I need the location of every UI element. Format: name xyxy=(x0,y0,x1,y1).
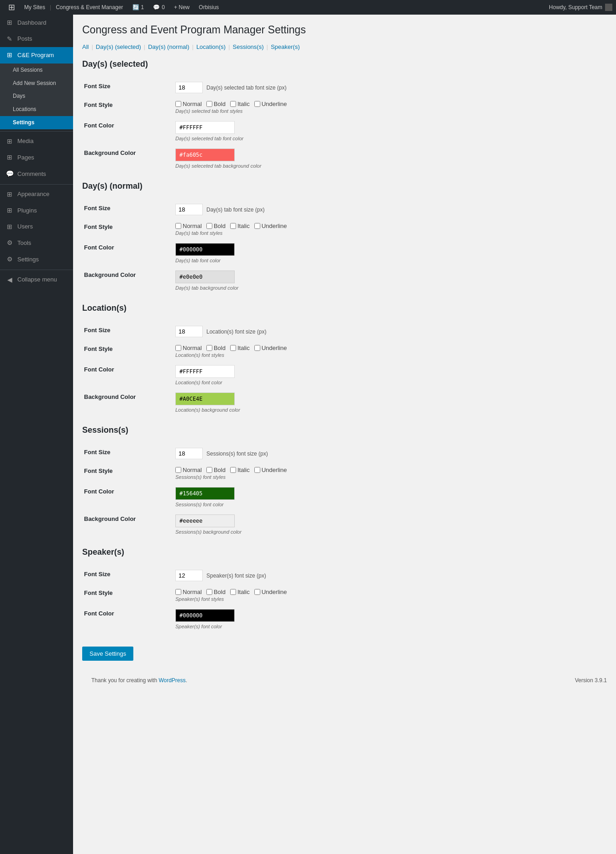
filter-all[interactable]: All xyxy=(82,43,91,50)
speakers-font-size-input[interactable] xyxy=(175,570,203,581)
save-settings-button[interactable]: Save Settings xyxy=(82,647,133,661)
filter-days-normal[interactable]: Day(s) (normal) xyxy=(145,43,192,50)
add-new-session-label: Add New Session xyxy=(13,80,56,87)
section-heading-speakers: Speaker(s) xyxy=(82,547,607,559)
posts-icon: ✎ xyxy=(5,35,14,44)
sidebar-item-collapse[interactable]: ◀ Collapse menu xyxy=(0,272,73,288)
my-sites-link[interactable]: My Sites xyxy=(20,4,50,11)
speakers-underline-label[interactable]: Underline xyxy=(254,589,287,595)
locations-normal-label[interactable]: Normal xyxy=(175,345,202,351)
days-selected-bold-check[interactable] xyxy=(206,101,212,107)
speakers-normal-check[interactable] xyxy=(175,589,181,595)
sessions-bold-label[interactable]: Bold xyxy=(206,467,226,473)
locations-normal-check[interactable] xyxy=(175,345,181,351)
locations-italic-label[interactable]: Italic xyxy=(230,345,250,351)
sidebar-item-media[interactable]: ⊞ Media xyxy=(0,133,73,150)
days-selected-font-size-input[interactable] xyxy=(175,82,203,93)
wordpress-link[interactable]: WordPress xyxy=(158,677,185,684)
sidebar-item-locations[interactable]: Locations xyxy=(0,103,73,116)
locations-font-size-desc: Location(s) font size (px) xyxy=(206,329,266,335)
sidebar-item-users[interactable]: ⊞ Users xyxy=(0,219,73,235)
sessions-italic-check[interactable] xyxy=(230,467,236,473)
sessions-normal-label[interactable]: Normal xyxy=(175,467,202,473)
speakers-underline-check[interactable] xyxy=(254,589,260,595)
sessions-italic-label[interactable]: Italic xyxy=(230,467,250,473)
days-normal-italic-check[interactable] xyxy=(230,223,236,229)
days-normal-normal-label[interactable]: Normal xyxy=(175,223,202,229)
admin-bar: ⊞ My Sites | Congress & Event Manager 🔄 … xyxy=(0,0,616,15)
speakers-font-size-row: Font Size Speaker(s) font size (px) xyxy=(82,566,607,585)
speakers-italic-label[interactable]: Italic xyxy=(230,589,250,595)
locations-font-size-input[interactable] xyxy=(175,326,203,337)
sidebar-label-pages: Pages xyxy=(17,154,34,162)
locations-underline-check[interactable] xyxy=(254,345,260,351)
sidebar-item-pages[interactable]: ⊞ Pages xyxy=(0,149,73,166)
sessions-normal-check[interactable] xyxy=(175,467,181,473)
locations-bold-check[interactable] xyxy=(206,345,212,351)
sidebar-item-days[interactable]: Days xyxy=(0,90,73,103)
sidebar-label-posts: Posts xyxy=(17,35,32,43)
locations-font-style-label: Font Style xyxy=(82,341,174,361)
days-normal-italic-label[interactable]: Italic xyxy=(230,223,250,229)
speakers-normal-label[interactable]: Normal xyxy=(175,589,202,595)
days-normal-underline-label[interactable]: Underline xyxy=(254,223,287,229)
comments-count[interactable]: 🔄 1 xyxy=(128,4,149,11)
days-normal-bold-label[interactable]: Bold xyxy=(206,223,226,229)
site-name-link[interactable]: Congress & Event Manager xyxy=(51,4,127,11)
sidebar-item-posts[interactable]: ✎ Posts xyxy=(0,31,73,48)
locations-font-color-wrap: #FFFFFF Location(s) font color xyxy=(175,365,605,385)
new-link[interactable]: + New xyxy=(169,4,194,11)
sidebar-item-tools[interactable]: ⚙ Tools xyxy=(0,235,73,251)
days-normal-font-color-box[interactable]: #000000 xyxy=(175,243,235,256)
speakers-bold-check[interactable] xyxy=(206,589,212,595)
days-selected-italic-check[interactable] xyxy=(230,101,236,107)
locations-italic-check[interactable] xyxy=(230,345,236,351)
users-icon: ⊞ xyxy=(5,223,14,232)
locations-bold-label[interactable]: Bold xyxy=(206,345,226,351)
speakers-font-color-box[interactable]: #000000 xyxy=(175,609,235,622)
sidebar-item-all-sessions[interactable]: All Sessions xyxy=(0,64,73,77)
sessions-font-color-box[interactable]: #156405 xyxy=(175,487,235,500)
sessions-underline-label[interactable]: Underline xyxy=(254,467,287,473)
new-content-link[interactable]: 💬 0 xyxy=(148,4,169,11)
sidebar-item-settings[interactable]: Settings xyxy=(0,116,73,129)
days-selected-bold-label[interactable]: Bold xyxy=(206,101,226,107)
days-selected-underline-label[interactable]: Underline xyxy=(254,101,287,107)
sessions-font-size-input[interactable] xyxy=(175,448,203,459)
days-normal-normal-check[interactable] xyxy=(175,223,181,229)
days-normal-bg-color-box[interactable]: #e0e0e0 xyxy=(175,271,235,283)
filter-sessions[interactable]: Sessions(s) xyxy=(230,43,267,50)
filter-days-selected[interactable]: Day(s) (selected) xyxy=(93,43,144,50)
sessions-font-color-label: Font Color xyxy=(82,483,174,511)
filter-speakers[interactable]: Speaker(s) xyxy=(268,43,303,50)
sessions-bold-check[interactable] xyxy=(206,467,212,473)
sidebar-item-comments[interactable]: 💬 Comments xyxy=(0,166,73,182)
locations-underline-label[interactable]: Underline xyxy=(254,345,287,351)
sidebar-item-appearance[interactable]: ⊞ Appearance xyxy=(0,186,73,203)
days-normal-font-size-input[interactable] xyxy=(175,204,203,215)
days-selected-normal-label[interactable]: Normal xyxy=(175,101,202,107)
wp-logo-icon[interactable]: ⊞ xyxy=(4,2,20,12)
sidebar-item-settings-main[interactable]: ⚙ Settings xyxy=(0,251,73,268)
speakers-italic-check[interactable] xyxy=(230,589,236,595)
sidebar-item-plugins[interactable]: ⊞ Plugins xyxy=(0,202,73,219)
days-selected-font-color-box[interactable]: #FFFFFF xyxy=(175,121,235,134)
sidebar-item-add-new-session[interactable]: Add New Session xyxy=(0,77,73,90)
days-selected-underline-check[interactable] xyxy=(254,101,260,107)
days-selected-normal-check[interactable] xyxy=(175,101,181,107)
sidebar-item-ce-program[interactable]: ⊞ C&E Program xyxy=(0,47,73,64)
speakers-bold-label[interactable]: Bold xyxy=(206,589,226,595)
section-speakers: Speaker(s) Font Size Speaker(s) font siz… xyxy=(82,547,607,633)
days-normal-bold-check[interactable] xyxy=(206,223,212,229)
locations-font-color-box[interactable]: #FFFFFF xyxy=(175,365,235,378)
days-selected-italic-label[interactable]: Italic xyxy=(230,101,250,107)
sidebar-item-dashboard[interactable]: ⊞ Dashboard xyxy=(0,15,73,31)
days-selected-bg-color-box[interactable]: #fa605c xyxy=(175,149,235,161)
sessions-bg-color-box[interactable]: #eeeeee xyxy=(175,515,235,527)
sessions-font-size-desc: Sessions(s) font size (px) xyxy=(206,451,268,457)
filter-locations[interactable]: Location(s) xyxy=(194,43,228,50)
orbisius-link[interactable]: Orbisius xyxy=(194,4,223,11)
days-normal-underline-check[interactable] xyxy=(254,223,260,229)
locations-bg-color-box[interactable]: #A0CE4E xyxy=(175,393,235,405)
sessions-underline-check[interactable] xyxy=(254,467,260,473)
